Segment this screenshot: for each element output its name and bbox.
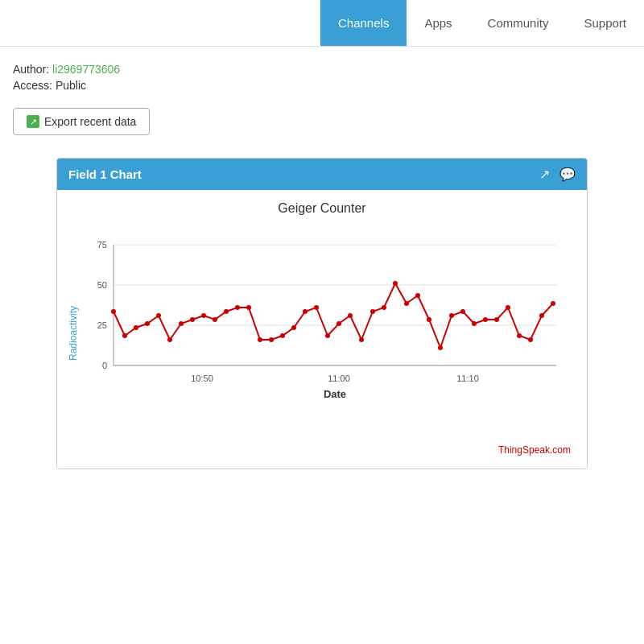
export-button[interactable]: ↗ Export recent data bbox=[13, 108, 150, 135]
chart-header-icons: ↗ 💬 bbox=[539, 167, 576, 182]
svg-point-50 bbox=[506, 305, 510, 310]
chart-card: Field 1 Chart ↗ 💬 Geiger Counter Radioac… bbox=[56, 158, 588, 469]
svg-point-39 bbox=[382, 305, 386, 310]
top-nav: Channels Apps Community Support bbox=[0, 0, 644, 47]
access-line: Access: Public bbox=[13, 79, 631, 92]
svg-point-53 bbox=[539, 313, 544, 318]
svg-point-44 bbox=[438, 345, 443, 350]
svg-point-45 bbox=[449, 313, 454, 318]
svg-point-17 bbox=[134, 325, 138, 330]
svg-point-52 bbox=[528, 337, 533, 342]
chart-comment-icon[interactable]: 💬 bbox=[559, 167, 576, 182]
chart-main-title: Geiger Counter bbox=[65, 201, 579, 216]
svg-point-40 bbox=[393, 281, 398, 286]
access-label: Access: bbox=[13, 79, 56, 92]
access-value: Public bbox=[56, 79, 86, 92]
svg-point-54 bbox=[551, 301, 555, 306]
svg-point-36 bbox=[348, 313, 353, 318]
svg-point-21 bbox=[179, 321, 184, 326]
svg-point-22 bbox=[190, 317, 195, 322]
svg-point-31 bbox=[291, 325, 296, 330]
svg-point-37 bbox=[359, 337, 364, 342]
svg-point-29 bbox=[269, 337, 274, 342]
svg-text:11:10: 11:10 bbox=[456, 374, 479, 383]
export-icon: ↗ bbox=[27, 115, 39, 128]
svg-point-27 bbox=[246, 305, 251, 310]
chart-header: Field 1 Chart ↗ 💬 bbox=[57, 159, 587, 190]
svg-point-38 bbox=[370, 309, 375, 314]
svg-text:75: 75 bbox=[97, 240, 107, 250]
thingspeak-credit: ThingSpeak.com bbox=[65, 441, 579, 460]
svg-point-42 bbox=[415, 293, 420, 298]
svg-text:50: 50 bbox=[97, 280, 107, 290]
author-line: Author: li2969773606 bbox=[13, 63, 631, 76]
svg-point-34 bbox=[325, 333, 330, 338]
svg-point-48 bbox=[483, 317, 488, 322]
svg-point-26 bbox=[235, 305, 240, 310]
svg-point-30 bbox=[280, 333, 285, 338]
nav-apps[interactable]: Apps bbox=[407, 0, 469, 46]
main-content: Author: li2969773606 Access: Public ↗ Ex… bbox=[0, 47, 644, 485]
chart-title-header: Field 1 Chart bbox=[68, 167, 142, 181]
svg-point-23 bbox=[201, 313, 206, 318]
svg-text:10:50: 10:50 bbox=[191, 374, 213, 383]
svg-text:25: 25 bbox=[97, 320, 107, 330]
svg-point-33 bbox=[314, 305, 319, 310]
author-link[interactable]: li2969773606 bbox=[52, 63, 120, 76]
svg-point-32 bbox=[303, 309, 308, 314]
svg-point-20 bbox=[167, 337, 172, 342]
chart-svg: Radioactivity 75 50 25 0 10:50 11:00 11:… bbox=[65, 221, 572, 438]
svg-text:11:00: 11:00 bbox=[328, 374, 350, 383]
nav-community[interactable]: Community bbox=[470, 0, 567, 46]
svg-point-19 bbox=[156, 313, 161, 318]
svg-point-16 bbox=[122, 333, 127, 338]
svg-point-15 bbox=[111, 309, 116, 314]
export-label: Export recent data bbox=[44, 115, 136, 128]
svg-point-35 bbox=[336, 321, 341, 326]
nav-support[interactable]: Support bbox=[566, 0, 644, 46]
svg-point-47 bbox=[472, 321, 477, 326]
author-label: Author: bbox=[13, 63, 49, 76]
svg-point-51 bbox=[517, 333, 522, 338]
svg-point-43 bbox=[427, 317, 431, 322]
svg-text:0: 0 bbox=[102, 361, 107, 370]
svg-point-28 bbox=[258, 337, 262, 342]
svg-text:Date: Date bbox=[324, 388, 346, 400]
svg-point-18 bbox=[145, 321, 150, 326]
chart-body: Geiger Counter Radioactivity 75 50 25 0 bbox=[57, 190, 587, 469]
svg-point-25 bbox=[224, 309, 229, 314]
svg-point-41 bbox=[404, 301, 409, 306]
chart-open-icon[interactable]: ↗ bbox=[539, 167, 550, 182]
svg-text:Radioactivity: Radioactivity bbox=[68, 306, 79, 361]
svg-point-46 bbox=[460, 309, 465, 314]
nav-channels[interactable]: Channels bbox=[320, 0, 407, 46]
svg-point-24 bbox=[213, 317, 217, 322]
svg-point-49 bbox=[494, 317, 499, 322]
